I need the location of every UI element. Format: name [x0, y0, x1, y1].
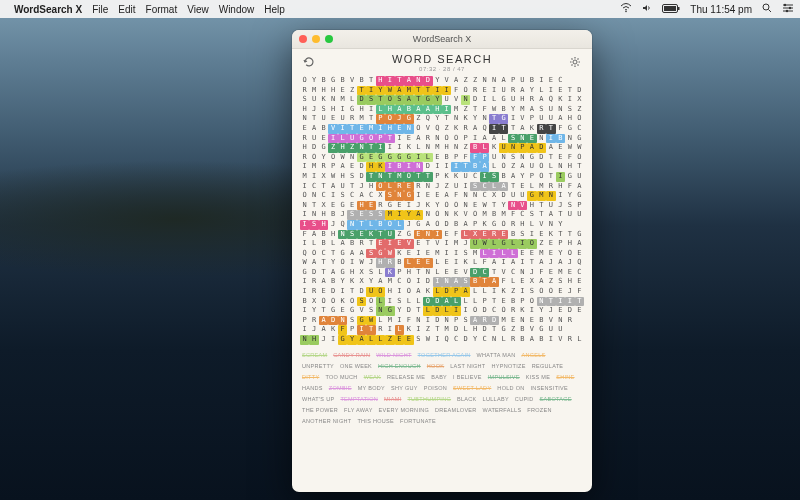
grid-cell[interactable]: Y	[376, 86, 385, 96]
grid-cell[interactable]: M	[385, 277, 394, 287]
grid-cell[interactable]: B	[395, 258, 404, 268]
grid-cell[interactable]: P	[480, 153, 489, 163]
grid-cell[interactable]: U	[537, 114, 546, 124]
grid-cell[interactable]: E	[376, 239, 385, 249]
grid-cell[interactable]: L	[470, 287, 479, 297]
grid-cell[interactable]: E	[556, 143, 565, 153]
grid-cell[interactable]: A	[489, 134, 498, 144]
grid-cell[interactable]: M	[309, 86, 318, 96]
grid-cell[interactable]: T	[575, 162, 584, 172]
grid-cell[interactable]: A	[480, 162, 489, 172]
grid-cell[interactable]: G	[338, 201, 347, 211]
grid-cell[interactable]: A	[376, 277, 385, 287]
word-tag[interactable]: TEMPTATION	[340, 395, 378, 403]
word-tag[interactable]: TUBTHUMPING	[407, 395, 451, 403]
grid-cell[interactable]: G	[575, 134, 584, 144]
grid-cell[interactable]: S	[565, 105, 574, 115]
grid-cell[interactable]: P	[461, 134, 470, 144]
grid-cell[interactable]: X	[527, 277, 536, 287]
grid-cell[interactable]: L	[433, 258, 442, 268]
grid-cell[interactable]: B	[508, 230, 517, 240]
grid-cell[interactable]: M	[395, 172, 404, 182]
grid-cell[interactable]: A	[546, 210, 555, 220]
grid-cell[interactable]: R	[461, 124, 470, 134]
grid-cell[interactable]: V	[518, 201, 527, 211]
grid-cell[interactable]: W	[575, 143, 584, 153]
grid-cell[interactable]: E	[357, 210, 366, 220]
grid-cell[interactable]: U	[470, 239, 479, 249]
grid-cell[interactable]: A	[395, 86, 404, 96]
grid-cell[interactable]: L	[442, 306, 451, 316]
grid-cell[interactable]: H	[319, 86, 328, 96]
word-tag[interactable]: HOOK	[427, 362, 444, 370]
grid-cell[interactable]: R	[300, 86, 309, 96]
grid-cell[interactable]: U	[347, 134, 356, 144]
grid-cell[interactable]: G	[338, 335, 347, 345]
grid-cell[interactable]: R	[376, 201, 385, 211]
grid-cell[interactable]: N	[404, 124, 413, 134]
grid-cell[interactable]: U	[442, 95, 451, 105]
grid-cell[interactable]: C	[480, 182, 489, 192]
grid-cell[interactable]: T	[309, 201, 318, 211]
grid-cell[interactable]: M	[451, 105, 460, 115]
grid-cell[interactable]: E	[423, 249, 432, 259]
grid-cell[interactable]: O	[499, 220, 508, 230]
grid-cell[interactable]: B	[319, 124, 328, 134]
grid-cell[interactable]: O	[300, 76, 309, 86]
grid-cell[interactable]: K	[546, 230, 555, 240]
grid-cell[interactable]: E	[451, 268, 460, 278]
grid-cell[interactable]: B	[347, 239, 356, 249]
grid-cell[interactable]: I	[357, 325, 366, 335]
grid-cell[interactable]: L	[423, 306, 432, 316]
grid-cell[interactable]: L	[338, 134, 347, 144]
grid-cell[interactable]: H	[404, 268, 413, 278]
grid-cell[interactable]: U	[556, 325, 565, 335]
grid-cell[interactable]: F	[480, 258, 489, 268]
grid-cell[interactable]: H	[385, 287, 394, 297]
grid-cell[interactable]: L	[508, 277, 517, 287]
grid-cell[interactable]: E	[442, 258, 451, 268]
grid-cell[interactable]: K	[556, 95, 565, 105]
grid-cell[interactable]: C	[575, 124, 584, 134]
grid-cell[interactable]: T	[470, 105, 479, 115]
grid-cell[interactable]: L	[376, 335, 385, 345]
word-tag[interactable]: HOLD ON	[497, 384, 524, 392]
grid-cell[interactable]: N	[376, 172, 385, 182]
refresh-button[interactable]	[302, 55, 316, 69]
grid-cell[interactable]: U	[309, 95, 318, 105]
grid-cell[interactable]: L	[414, 143, 423, 153]
grid-cell[interactable]: I	[300, 220, 309, 230]
grid-cell[interactable]: H	[328, 230, 337, 240]
grid-cell[interactable]: I	[489, 249, 498, 259]
grid-cell[interactable]: I	[404, 162, 413, 172]
grid-cell[interactable]: E	[404, 249, 413, 259]
grid-cell[interactable]: J	[565, 258, 574, 268]
grid-cell[interactable]: M	[385, 210, 394, 220]
grid-cell[interactable]: N	[423, 268, 432, 278]
grid-cell[interactable]: E	[366, 153, 375, 163]
grid-cell[interactable]: E	[395, 201, 404, 211]
grid-cell[interactable]: I	[556, 191, 565, 201]
grid-cell[interactable]: P	[347, 325, 356, 335]
grid-cell[interactable]: G	[527, 191, 536, 201]
grid-cell[interactable]: S	[347, 316, 356, 326]
grid-cell[interactable]: R	[508, 335, 517, 345]
grid-cell[interactable]: U	[508, 191, 517, 201]
grid-cell[interactable]: I	[423, 316, 432, 326]
grid-cell[interactable]: W	[328, 172, 337, 182]
grid-cell[interactable]: N	[537, 297, 546, 307]
grid-cell[interactable]: B	[489, 210, 498, 220]
grid-cell[interactable]: G	[395, 153, 404, 163]
grid-cell[interactable]	[565, 76, 574, 86]
grid-cell[interactable]: O	[376, 287, 385, 297]
word-tag[interactable]: FLY AWAY	[344, 406, 373, 414]
grid-cell[interactable]: H	[385, 124, 394, 134]
grid-cell[interactable]: G	[357, 134, 366, 144]
word-tag[interactable]: LAST NIGHT	[450, 362, 485, 370]
grid-cell[interactable]: I	[489, 86, 498, 96]
grid-cell[interactable]: E	[442, 230, 451, 240]
grid-cell[interactable]: G	[404, 191, 413, 201]
grid-cell[interactable]: A	[461, 287, 470, 297]
grid-cell[interactable]: S	[347, 230, 356, 240]
grid-cell[interactable]: B	[470, 162, 479, 172]
